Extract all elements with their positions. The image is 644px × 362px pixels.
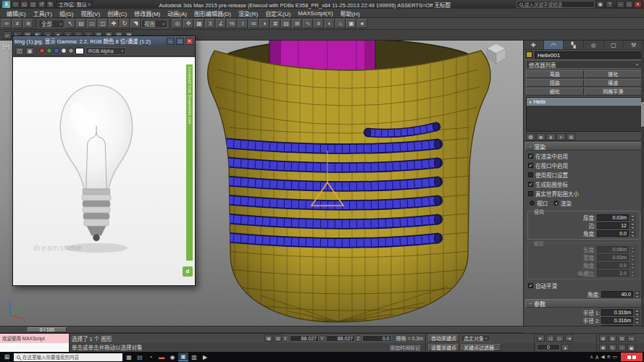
checkbox-icon[interactable] [528, 163, 533, 168]
material-editor-icon[interactable]: ◐ [325, 19, 335, 28]
tray-expand-icon[interactable]: ∧ [590, 354, 593, 360]
sign-in-icon[interactable]: ◉ [596, 1, 604, 8]
schematic-view-icon[interactable]: # [314, 19, 324, 28]
new-scene-icon[interactable]: □ [12, 1, 20, 8]
tray-network-icon[interactable]: ≋ [606, 354, 610, 360]
visibility-bulb-icon[interactable]: ● [529, 100, 532, 104]
rendering-checkbox-row[interactable]: 生成贴图坐标 [524, 180, 644, 189]
save-file-icon[interactable]: ◫ [29, 1, 37, 8]
menu-item[interactable]: 自定义(U) [262, 9, 294, 17]
checkbox-icon[interactable] [528, 172, 533, 177]
configure-modifier-sets-icon[interactable]: ⚙ [566, 133, 576, 140]
auto-key-button[interactable]: 自动关键点 [428, 334, 459, 342]
set-key-button[interactable]: 设置关键点 [428, 344, 459, 351]
make-unique-icon[interactable]: ⋔ [546, 133, 556, 140]
modifier-button[interactable]: 噪波 [585, 79, 643, 87]
chrome-browser-icon[interactable]: ◉ [167, 353, 177, 361]
play-animation-icon[interactable]: ▷ [556, 334, 564, 342]
spinner-arrows[interactable]: ▴▾ [635, 309, 640, 316]
key-filters-button[interactable]: 关键点过滤器... [461, 344, 501, 351]
mirror-icon[interactable]: ◑ [259, 19, 269, 28]
macro-recorder-line[interactable]: 欢迎使用 MAXScript [0, 334, 69, 343]
menu-item[interactable]: 修改器(M) [130, 9, 164, 17]
rendering-checkbox-row[interactable]: 使用视口设置 [524, 170, 644, 180]
rendered-frame-icon[interactable]: ▣ [346, 19, 356, 28]
folder-icon[interactable]: ▬ [156, 353, 167, 361]
spinner-arrows[interactable]: ▴▾ [635, 291, 640, 298]
modifier-button[interactable]: 锥化 [585, 70, 643, 78]
spinner-snap-icon[interactable]: ↕ [238, 19, 248, 28]
spinner-arrows[interactable]: ▴▾ [630, 222, 635, 229]
spinner-field[interactable]: 0.0 [597, 262, 629, 269]
panel-scrollbar[interactable] [641, 41, 644, 326]
zoom-extents-icon[interactable]: ⊡ [618, 334, 626, 342]
save-image-icon[interactable]: ◫ [15, 47, 24, 55]
curve-editor-icon[interactable]: ∿ [303, 19, 313, 28]
close-button[interactable]: ✕ [634, 1, 642, 8]
window-crossing-icon[interactable]: ◫ [98, 19, 108, 28]
time-tag-label[interactable]: 添加时间标记 [390, 344, 420, 351]
help-icon[interactable]: ? [606, 1, 614, 8]
menu-item[interactable]: 组(G) [56, 9, 78, 17]
blue-channel-icon[interactable] [54, 48, 59, 54]
y-coordinate-field[interactable]: 88.027 [326, 335, 355, 342]
menu-item[interactable]: 帮助(H) [337, 9, 364, 17]
mono-channel-icon[interactable] [68, 48, 74, 54]
zoom-all-icon[interactable]: ⊛ [609, 334, 616, 342]
select-by-name-icon[interactable]: ▤ [76, 19, 86, 28]
close-icon[interactable]: ✕ [185, 38, 193, 45]
redo-icon[interactable]: ↻ [46, 1, 54, 8]
snaps-toggle-icon[interactable]: 3 [205, 19, 215, 28]
spinner-field[interactable]: 0.0 [597, 230, 629, 237]
menu-item[interactable]: 工具(T) [30, 9, 56, 17]
checkbox-icon[interactable] [528, 182, 533, 187]
spinner-arrows[interactable]: ▴▾ [630, 246, 635, 253]
auto-smooth-row[interactable]: 自动平滑 [524, 281, 644, 290]
spinner-arrows[interactable]: ▴▾ [630, 262, 635, 269]
radio-icon[interactable] [530, 201, 535, 206]
remove-modifier-icon[interactable]: × [556, 133, 566, 140]
menu-item[interactable]: 编辑(E) [3, 9, 30, 17]
unlink-selection-icon[interactable]: ≠ [12, 19, 22, 28]
infocenter-search-input[interactable]: 键入关键字或短语 [517, 1, 595, 8]
selected-dropdown[interactable]: 选定对象▾ [461, 334, 490, 342]
spinner-field[interactable]: 2.0 [597, 270, 629, 277]
max-app-icon[interactable]: ▣ [178, 353, 188, 361]
maxscript-mini-listener[interactable]: 欢迎使用 MAXScript [0, 334, 70, 352]
selection-lock-icon[interactable]: ⊠ [264, 334, 272, 342]
absolute-mode-icon[interactable]: ⊡ [274, 334, 282, 342]
modifier-stack[interactable]: ● Helix [526, 97, 642, 132]
taskbar-search-input[interactable]: 在这里输入你要搜索的内容 [14, 353, 122, 361]
render-setup-icon[interactable]: ♨ [335, 19, 346, 28]
radio-icon[interactable] [553, 201, 559, 206]
viewport-general-menu[interactable]: [+] [3, 43, 9, 50]
minimize-button[interactable]: – [616, 1, 624, 8]
modifier-button[interactable]: 弯曲 [526, 70, 584, 78]
record-badge-icon[interactable] [621, 353, 643, 361]
select-and-manipulate-icon[interactable]: ✜ [183, 19, 193, 28]
go-to-end-icon[interactable]: ⇥ [565, 334, 573, 342]
render-production-icon[interactable]: ● [357, 19, 367, 28]
tray-notification-icon[interactable]: ▭ [613, 354, 617, 360]
pin-stack-icon[interactable]: ✪ [526, 133, 535, 140]
menu-item[interactable]: 动画(A) [164, 9, 191, 17]
modifier-button[interactable]: 细化 [526, 88, 584, 96]
field-of-view-icon[interactable]: ◔ [618, 344, 626, 351]
zoom-icon[interactable]: ⊕ [599, 334, 607, 342]
bind-to-space-warp-icon[interactable]: ≋ [23, 19, 33, 28]
maximize-button[interactable]: □ [625, 1, 633, 8]
angle-snap-icon[interactable]: ∠ [216, 19, 226, 28]
display-tab-icon[interactable]: ▢ [604, 41, 624, 49]
previous-frame-icon[interactable]: ◁ [546, 334, 554, 342]
start-button[interactable]: ⊞ [1, 353, 12, 361]
spinner-field[interactable]: 0.06m [597, 246, 629, 253]
x-coordinate-field[interactable]: 88.027 [290, 335, 319, 342]
hierarchy-tab-icon[interactable]: ▚ [564, 41, 584, 49]
rectangular-selection-icon[interactable]: ▭ [87, 19, 97, 28]
clone-image-icon[interactable]: ▣ [25, 47, 34, 55]
spinner-arrows[interactable]: ▴▾ [630, 270, 635, 277]
object-name-field[interactable]: Helix001 [535, 51, 642, 59]
modify-tab-icon[interactable]: ◠ [544, 41, 564, 49]
app-logo-icon[interactable]: 3 [2, 1, 10, 8]
motion-tab-icon[interactable]: ◎ [584, 41, 604, 49]
